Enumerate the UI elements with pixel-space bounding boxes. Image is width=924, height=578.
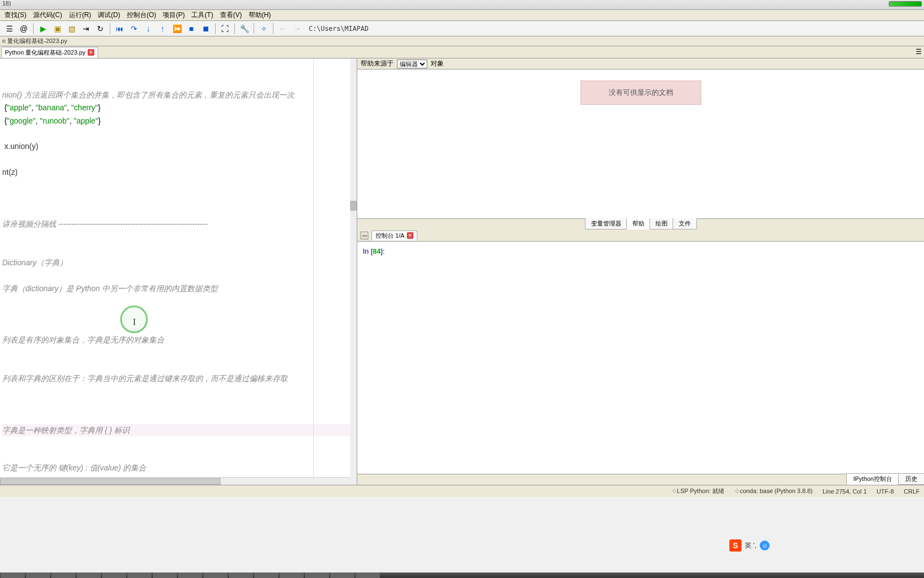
menu-tools[interactable]: 工具(T) (189, 10, 215, 20)
tab-variable-explorer[interactable]: 变量管理器 (585, 218, 627, 229)
console-prompt-in: In [ (363, 247, 373, 255)
editor-minimap[interactable] (350, 58, 357, 485)
run-cell-advance-icon[interactable]: ▧ (66, 23, 78, 35)
menu-view[interactable]: 查看(V) (218, 10, 244, 20)
main-menubar: 查找(S) 源代码(C) 运行(R) 调试(D) 控制台(O) 项目(P) 工具… (0, 10, 924, 21)
tab-history[interactable]: 历史 (898, 473, 924, 485)
outline-icon[interactable]: ☰ (3, 23, 15, 35)
forward-icon[interactable]: → (291, 23, 303, 35)
step-out-icon[interactable]: ↑ (157, 23, 169, 35)
editor-hscrollbar[interactable] (0, 477, 350, 485)
menu-help[interactable]: 帮助(H) (246, 10, 273, 20)
console-prompt-num: 84 (373, 247, 380, 255)
tab-plots[interactable]: 绘图 (649, 218, 674, 229)
editor-tabbar: Python 量化编程基础-2023.py ✕ ☰ (0, 46, 924, 58)
editor-tab-active[interactable]: Python 量化编程基础-2023.py ✕ (1, 47, 98, 58)
help-header: 帮助来源于 编辑器 对象 (357, 58, 924, 69)
help-source-select[interactable]: 编辑器 (397, 60, 427, 68)
ime-indicator[interactable]: S 英 ', ☺ (729, 539, 770, 552)
menu-source[interactable]: 源代码(C) (31, 10, 65, 20)
settings-icon[interactable]: 🔧 (238, 23, 250, 35)
status-eol[interactable]: CRLF (904, 488, 920, 495)
back-icon[interactable]: ← (277, 23, 289, 35)
status-conda[interactable]: ♢conda: base (Python 3.8.8) (734, 488, 813, 495)
stop-icon[interactable]: ■ (185, 23, 197, 35)
tab-help[interactable]: 帮助 (626, 218, 651, 229)
menu-run[interactable]: 运行(R) (67, 10, 94, 20)
console-bottom-tabs: IPython控制台 历史 (357, 474, 924, 485)
run-icon[interactable]: ▶ (37, 23, 49, 35)
code-editor-pane: nion() 方法返回两个集合的并集，即包含了所有集合的元素，重复的元素只会出现… (0, 58, 357, 485)
main-toolbar: ☰ @ ▶ ▣ ▧ ⇥ ↻ ⏮ ↷ ↓ ↑ ⏩ ■ ⏹ ⛶ 🔧 ⟡ ← → C:… (0, 21, 924, 36)
window-title: 18) (2, 0, 11, 7)
python-icon[interactable]: ⟡ (257, 23, 270, 35)
run-cell-icon[interactable]: ▣ (51, 23, 63, 35)
sogou-logo-icon[interactable]: S (729, 539, 742, 552)
code-editor[interactable]: nion() 方法返回两个集合的并集，即包含了所有集合的元素，重复的元素只会出现… (0, 58, 357, 485)
menu-search[interactable]: 查找(S) (2, 10, 29, 20)
menu-project[interactable]: 项目(P) (160, 10, 187, 20)
console-tabbar: ▭ 控制台 1/A ✕ (357, 229, 924, 242)
statusbar: ♢LSP Python: 就绪 ♢conda: base (Python 3.8… (0, 485, 924, 497)
continue-icon[interactable]: ⏩ (171, 23, 183, 35)
debug-start-icon[interactable]: ⏮ (114, 23, 126, 35)
right-dock: 帮助来源于 编辑器 对象 没有可供显示的文档 变量管理器 帮助 绘图 文件 ▭ … (357, 58, 924, 485)
windows-taskbar[interactable] (0, 572, 924, 578)
titlebar-indicator (889, 1, 922, 7)
tab-options-icon[interactable]: ☰ (916, 48, 922, 56)
minimap-thumb[interactable] (350, 201, 357, 211)
at-icon[interactable]: @ (18, 23, 30, 35)
console-tab-label: 控制台 1/A (375, 232, 405, 240)
close-icon[interactable]: ✕ (88, 49, 94, 56)
rerun-icon[interactable]: ↻ (94, 23, 106, 35)
hscroll-thumb[interactable] (0, 478, 221, 485)
editor-path-bar: n 量化编程基础-2023.py (0, 36, 924, 46)
help-body: 没有可供显示的文档 (357, 69, 924, 218)
console-tab-active[interactable]: 控制台 1/A ✕ (372, 231, 417, 240)
console-window-icon[interactable]: ▭ (361, 232, 368, 239)
help-tabs: 变量管理器 帮助 绘图 文件 (357, 218, 924, 229)
tab-files[interactable]: 文件 (673, 218, 697, 229)
editor-ruler (313, 58, 314, 485)
console-prompt-end: ]: (381, 247, 385, 255)
working-dir-path[interactable]: C:\Users\MIAPAD (309, 25, 368, 33)
status-encoding[interactable]: UTF-8 (877, 488, 894, 495)
ime-mode-text: 英 ', (745, 541, 756, 550)
window-titlebar: 18) (0, 0, 924, 10)
run-selection-icon[interactable]: ⇥ (80, 23, 92, 35)
ipython-console[interactable]: In [84]: (357, 242, 924, 474)
step-over-icon[interactable]: ↷ (128, 23, 140, 35)
help-no-doc-message: 没有可供显示的文档 (581, 81, 701, 105)
editor-file-path: n 量化编程基础-2023.py (2, 37, 67, 45)
status-lsp[interactable]: ♢LSP Python: 就绪 (671, 487, 724, 495)
status-line-col[interactable]: Line 2754, Col 1 (823, 488, 867, 495)
debug-end-icon[interactable]: ⏹ (200, 23, 212, 35)
menu-debug[interactable]: 调试(D) (95, 10, 122, 20)
step-into-icon[interactable]: ↓ (142, 23, 154, 35)
menu-console[interactable]: 控制台(O) (125, 10, 158, 20)
editor-tab-label: Python 量化编程基础-2023.py (5, 49, 85, 57)
tab-ipython-console[interactable]: IPython控制台 (846, 473, 899, 485)
ime-face-icon[interactable]: ☺ (760, 540, 770, 550)
maximize-icon[interactable]: ⛶ (219, 23, 231, 35)
close-icon[interactable]: ✕ (407, 232, 413, 239)
help-source-label: 帮助来源于 (361, 59, 394, 68)
help-object-label: 对象 (431, 59, 444, 68)
cursor-highlight-circle (120, 306, 148, 333)
